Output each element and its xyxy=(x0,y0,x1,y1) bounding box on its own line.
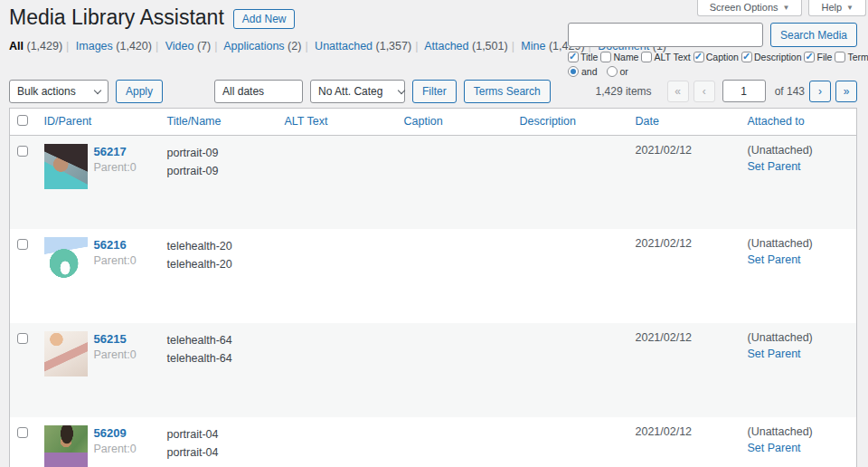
sort-description[interactable]: Description xyxy=(520,115,577,128)
alt-text-cell xyxy=(276,229,395,323)
attached-status: (Unattached) xyxy=(748,425,848,438)
help-button[interactable]: Help ▼ xyxy=(808,0,866,16)
attachment-name: telehealth-20 xyxy=(167,255,267,273)
checkbox-checked-icon[interactable] xyxy=(804,52,815,62)
last-page-button[interactable]: » xyxy=(835,81,857,102)
filter-unattached[interactable]: Unattached (1,357) xyxy=(315,40,411,52)
screen-options-button[interactable]: Screen Options ▼ xyxy=(697,0,803,16)
row-checkbox[interactable] xyxy=(17,239,28,250)
alt-text-cell xyxy=(276,135,395,229)
content-wrap: Media Library Assistant Add New All (1,4… xyxy=(0,0,868,467)
items-count: 1,429 items xyxy=(596,85,652,98)
filter-separator: | xyxy=(512,40,514,52)
checkbox-unchecked-icon[interactable] xyxy=(641,52,652,62)
attachment-name: telehealth-64 xyxy=(167,349,267,367)
attachment-id-link[interactable]: 56217 xyxy=(94,145,137,158)
filter-all[interactable]: All (1,429) xyxy=(9,40,62,52)
page-title: Media Library Assistant xyxy=(9,5,224,32)
total-pages-label: of 143 xyxy=(775,85,805,98)
radio-unselected-icon[interactable] xyxy=(607,66,618,77)
checkbox-unchecked-icon[interactable] xyxy=(600,52,611,62)
table-row: 56216 Parent:0 telehealth-20 telehealth-… xyxy=(10,229,857,323)
attachment-title: telehealth-20 xyxy=(167,237,267,255)
sort-alt-text[interactable]: ALT Text xyxy=(285,115,328,128)
filter-applications[interactable]: Applications (2) xyxy=(223,40,301,52)
add-new-button[interactable]: Add New xyxy=(233,9,296,29)
set-parent-link[interactable]: Set Parent xyxy=(748,253,848,266)
search-field-alt-text[interactable]: ALT Text xyxy=(641,52,690,62)
set-parent-link[interactable]: Set Parent xyxy=(748,160,848,173)
next-page-button[interactable]: › xyxy=(809,81,831,102)
alt-text-cell xyxy=(276,417,395,467)
table-row: 56217 Parent:0 portrait-09 portrait-09 2… xyxy=(10,135,857,229)
checkbox-unchecked-icon[interactable] xyxy=(835,52,845,62)
operator-and[interactable]: and xyxy=(568,66,598,77)
checkbox-checked-icon[interactable] xyxy=(568,52,579,62)
filter-separator: | xyxy=(305,40,307,52)
operator-or[interactable]: or xyxy=(607,66,628,77)
media-list-table: ID/Parent Title/Name ALT Text Caption De… xyxy=(9,108,857,467)
row-checkbox[interactable] xyxy=(17,333,28,344)
attachment-thumbnail[interactable] xyxy=(44,237,88,282)
first-page-button: « xyxy=(667,81,689,102)
radio-selected-icon[interactable] xyxy=(568,66,579,77)
checkbox-checked-icon[interactable] xyxy=(693,52,704,62)
search-field-title[interactable]: Title xyxy=(568,52,598,62)
filter-video[interactable]: Video (7) xyxy=(165,40,212,52)
description-cell xyxy=(511,135,627,229)
attachment-name: portrait-09 xyxy=(167,162,267,180)
checkbox-checked-icon[interactable] xyxy=(741,52,752,62)
row-checkbox[interactable] xyxy=(17,427,28,438)
attachment-thumbnail[interactable] xyxy=(44,331,88,376)
attached-status: (Unattached) xyxy=(748,331,848,344)
prev-page-button: ‹ xyxy=(693,81,715,102)
parent-label: Parent:0 xyxy=(94,348,137,361)
search-input[interactable] xyxy=(568,23,763,47)
screen-meta: Screen Options ▼ Help ▼ xyxy=(697,0,866,16)
select-all-checkbox[interactable] xyxy=(17,115,28,126)
caption-cell xyxy=(395,229,511,323)
attachment-title: portrait-04 xyxy=(167,425,267,443)
filter-images[interactable]: Images (1,420) xyxy=(76,40,152,52)
description-cell xyxy=(511,323,627,417)
filter-attached[interactable]: Attached (1,501) xyxy=(424,40,507,52)
search-field-caption[interactable]: Caption xyxy=(693,52,739,62)
chevron-down-icon: ▼ xyxy=(846,4,854,12)
attachment-id-link[interactable]: 56216 xyxy=(94,238,137,252)
set-parent-link[interactable]: Set Parent xyxy=(748,348,848,360)
dates-filter-select[interactable]: All dates xyxy=(214,80,303,103)
search-field-description[interactable]: Description xyxy=(741,52,802,62)
parent-label: Parent:0 xyxy=(94,443,137,455)
set-parent-link[interactable]: Set Parent xyxy=(748,442,848,454)
search-field-name[interactable]: Name xyxy=(600,52,638,62)
sort-id-parent[interactable]: ID/Parent xyxy=(44,115,92,128)
search-field-file[interactable]: File xyxy=(804,52,832,62)
filter-separator: | xyxy=(214,40,217,52)
current-page-input[interactable] xyxy=(722,80,766,102)
sort-title-name[interactable]: Title/Name xyxy=(167,115,222,128)
att-categories-select[interactable]: No Att. Categories xyxy=(310,80,405,103)
date-cell: 2021/02/12 xyxy=(627,135,739,229)
sort-attached-to[interactable]: Attached to xyxy=(748,115,805,128)
attachment-thumbnail[interactable] xyxy=(44,425,88,467)
search-media-button[interactable]: Search Media xyxy=(770,23,857,47)
sort-caption[interactable]: Caption xyxy=(404,115,443,128)
caption-cell xyxy=(395,417,511,467)
table-toolbar: Bulk actions Apply All dates No Att. Cat… xyxy=(9,80,857,103)
table-header-row: ID/Parent Title/Name ALT Text Caption De… xyxy=(10,108,857,135)
attachment-thumbnail[interactable] xyxy=(44,144,88,189)
apply-button[interactable]: Apply xyxy=(116,80,163,103)
description-cell xyxy=(511,417,627,467)
terms-search-button[interactable]: Terms Search xyxy=(464,80,551,103)
attachment-id-link[interactable]: 56215 xyxy=(94,332,137,346)
row-checkbox[interactable] xyxy=(17,146,28,157)
help-label: Help xyxy=(821,2,842,13)
attachment-id-link[interactable]: 56209 xyxy=(94,426,137,440)
bulk-actions-select[interactable]: Bulk actions xyxy=(9,80,108,103)
sort-date[interactable]: Date xyxy=(636,115,659,128)
filter-button[interactable]: Filter xyxy=(412,80,457,103)
date-cell: 2021/02/12 xyxy=(627,417,739,467)
attachment-name: portrait-04 xyxy=(167,443,267,462)
search-field-terms[interactable]: Terms xyxy=(835,52,868,62)
table-row: 56209 Parent:0 portrait-04 portrait-04 2… xyxy=(10,417,857,467)
